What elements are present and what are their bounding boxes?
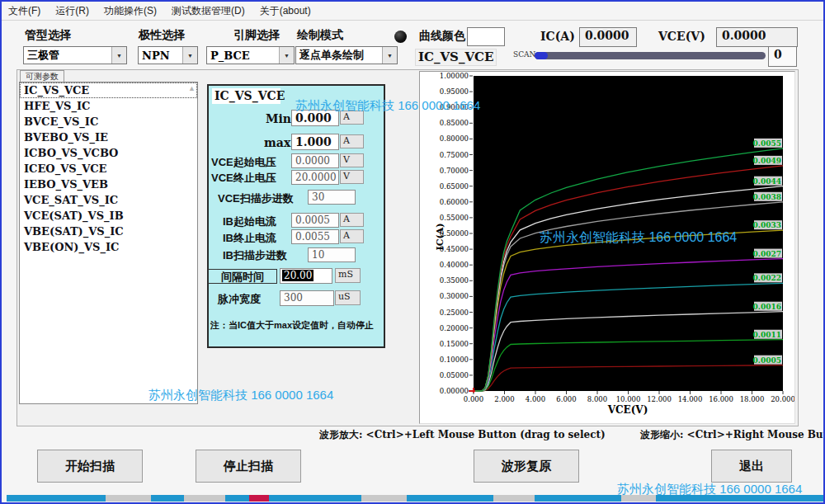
zoom-in-hint: 波形放大: <Ctrl>+Left Mouse Button (drag to … bbox=[319, 428, 606, 442]
y-tick-label: 0.10000 bbox=[440, 356, 469, 364]
max-input[interactable]: 1.000 bbox=[291, 134, 339, 150]
curve-label: 0.0016 bbox=[753, 303, 781, 311]
list-item[interactable]: IEBO_VS_VEB bbox=[20, 177, 197, 192]
interval-unit: mS bbox=[335, 268, 361, 283]
y-tick-label: 0.40000 bbox=[440, 261, 469, 269]
scroll-up-icon[interactable]: ▲ bbox=[188, 84, 196, 92]
exit-button[interactable]: 退出 bbox=[711, 450, 792, 483]
taskbar-segment bbox=[493, 495, 535, 502]
vce-start-input[interactable]: 0.0000 bbox=[291, 153, 339, 168]
origin-marker bbox=[469, 388, 475, 393]
curve-label: 0.0011 bbox=[753, 331, 781, 339]
scan-slider[interactable] bbox=[535, 52, 766, 59]
tube-type-value: 三极管 bbox=[24, 48, 111, 63]
list-item[interactable]: ICEO_VS_VCE bbox=[20, 161, 197, 177]
param-list-tab[interactable]: 可测参数 bbox=[20, 70, 64, 82]
status-led-icon bbox=[394, 31, 407, 43]
list-item[interactable]: VBE(ON)_VS_IC bbox=[20, 239, 197, 255]
curve-color-label: 曲线颜色 bbox=[419, 29, 465, 44]
curve-label: 0.0044 bbox=[753, 177, 781, 186]
list-item[interactable]: VCE_SAT_VS_IC bbox=[20, 192, 197, 208]
menu-item-run[interactable]: 运行(R) bbox=[55, 4, 89, 18]
vce-end-input[interactable]: 20.0000 bbox=[291, 170, 339, 185]
pins-select[interactable]: P_BCE ▼ bbox=[206, 46, 295, 64]
chart-panel[interactable]: 0.000000.050000.100000.150000.200000.250… bbox=[419, 71, 795, 424]
start-scan-button[interactable]: 开始扫描 bbox=[37, 450, 143, 483]
x-tick-label: 4.000 bbox=[526, 395, 545, 403]
x-tick-label: 12.000 bbox=[647, 395, 672, 403]
vce-start-label: VCE起始电压 bbox=[211, 155, 276, 170]
ic-readout-label: IC(A) bbox=[540, 30, 575, 43]
taskbar-segment-active bbox=[249, 495, 269, 502]
scan-slider-thumb[interactable] bbox=[535, 52, 548, 59]
menu-item-func[interactable]: 功能操作(S) bbox=[104, 4, 157, 18]
list-item[interactable]: VBE(SAT)_VS_IC bbox=[20, 224, 197, 239]
ic-readout-value: 0.0000 bbox=[579, 27, 637, 47]
curve-label: 0.0027 bbox=[753, 250, 781, 258]
x-tick-label: 2.000 bbox=[494, 395, 514, 403]
ib-start-unit: A bbox=[340, 213, 364, 227]
vce-end-unit: V bbox=[340, 170, 364, 184]
menu-item-about[interactable]: 关于(about) bbox=[260, 4, 311, 18]
curve-label: 0.0055 bbox=[753, 139, 781, 148]
polarity-select[interactable]: NPN ▼ bbox=[138, 46, 198, 64]
list-item[interactable]: VCE(SAT)_VS_IB bbox=[20, 208, 197, 224]
vce-steps-input[interactable]: 30 bbox=[308, 190, 356, 205]
y-tick-label: 0.15000 bbox=[440, 340, 469, 348]
settings-note: 注：当IC值大于max设定值时，自动停止 bbox=[210, 319, 380, 332]
tube-type-label: 管型选择 bbox=[25, 28, 71, 43]
list-item[interactable]: ICBO_VS_VCBO bbox=[20, 145, 197, 161]
ib-end-input[interactable]: 0.0055 bbox=[291, 229, 339, 244]
zoom-out-hint: 波形缩小: <Ctrl>+Right Mouse Button bbox=[640, 428, 825, 442]
chevron-down-icon[interactable]: ▼ bbox=[182, 47, 197, 64]
menu-item-file[interactable]: 文件(F) bbox=[8, 4, 40, 18]
menu-item-data[interactable]: 测试数据管理(D) bbox=[172, 4, 245, 18]
app-window: 文件(F) 运行(R) 功能操作(S) 测试数据管理(D) 关于(about) … bbox=[0, 0, 825, 504]
y-tick-label: 0.95000 bbox=[440, 87, 469, 96]
tube-type-select[interactable]: 三极管 ▼ bbox=[23, 46, 127, 64]
ib-end-unit: A bbox=[340, 229, 364, 243]
chevron-down-icon[interactable]: ▼ bbox=[382, 47, 397, 64]
watermark-left: 苏州永创智能科技 166 0000 1664 bbox=[148, 388, 333, 403]
max-unit: A bbox=[340, 134, 364, 148]
stop-scan-button[interactable]: 停止扫描 bbox=[196, 450, 301, 483]
pulse-width-input[interactable]: 300 bbox=[280, 290, 334, 306]
y-tick-label: 0.05000 bbox=[440, 371, 469, 379]
list-item[interactable]: BVCE_VS_IC bbox=[20, 114, 197, 130]
taskbar-segment bbox=[361, 495, 407, 502]
ib-start-input[interactable]: 0.0005 bbox=[291, 213, 339, 228]
pulse-width-label: 脉冲宽度 bbox=[218, 292, 261, 307]
interval-selected-text: 20.00 bbox=[282, 270, 314, 281]
pins-value: P_BCE bbox=[207, 49, 279, 62]
restore-wave-button[interactable]: 波形复原 bbox=[474, 450, 579, 483]
x-axis-title: VCE(V) bbox=[607, 404, 648, 416]
curve-label: 0.0022 bbox=[753, 274, 781, 282]
interval-input[interactable]: 20.00 bbox=[280, 268, 332, 284]
watermark-chart: 苏州永创智能科技 166 0000 1664 bbox=[540, 230, 737, 244]
curve-color-swatch[interactable] bbox=[467, 27, 505, 46]
y-tick-label: 0.30000 bbox=[440, 292, 469, 300]
y-tick-label: 0.20000 bbox=[440, 324, 469, 332]
vce-steps-label: VCE扫描步进数 bbox=[218, 191, 294, 206]
draw-mode-label: 绘制模式 bbox=[297, 28, 343, 43]
y-tick-label: 0.65000 bbox=[440, 182, 469, 191]
y-tick-label: 0.35000 bbox=[440, 276, 469, 285]
draw-mode-select[interactable]: 逐点单条绘制 ▼ bbox=[295, 46, 398, 64]
y-tick-label: 0.00000 bbox=[440, 387, 469, 395]
ic-vce-plot[interactable]: 0.000000.050000.100000.150000.200000.250… bbox=[420, 72, 794, 423]
list-item[interactable]: HFE_VS_IC bbox=[20, 98, 197, 114]
watermark-top: 苏州永创智能科技 166 0000 1664 bbox=[295, 98, 480, 114]
list-item[interactable]: IC_VS_VCE bbox=[20, 82, 197, 98]
param-list[interactable]: ▲ IC_VS_VCEHFE_VS_ICBVCE_VS_ICBVEBO_VS_I… bbox=[19, 82, 198, 404]
draw-mode-value: 逐点单条绘制 bbox=[296, 48, 382, 63]
y-tick-label: 0.75000 bbox=[440, 151, 469, 159]
chevron-down-icon[interactable]: ▼ bbox=[279, 47, 294, 64]
chevron-down-icon[interactable]: ▼ bbox=[111, 47, 126, 64]
max-label: max bbox=[264, 136, 290, 149]
x-tick-label: 6.000 bbox=[556, 395, 576, 403]
x-tick-label: 20.000 bbox=[771, 395, 794, 403]
ib-steps-input[interactable]: 10 bbox=[308, 247, 356, 262]
taskbar-segment bbox=[621, 495, 656, 502]
vce-start-unit: V bbox=[340, 153, 364, 167]
list-item[interactable]: BVEBO_VS_IE bbox=[20, 130, 197, 145]
